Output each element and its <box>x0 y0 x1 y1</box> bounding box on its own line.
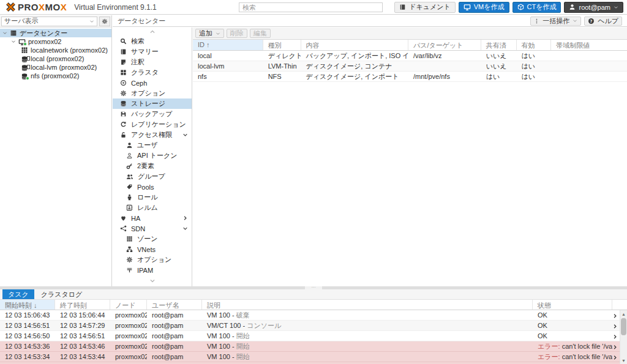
user-icon <box>126 142 133 149</box>
tree-settings-button[interactable] <box>99 17 110 26</box>
cell-user: root@pam <box>147 311 202 319</box>
cell-status: OK <box>533 311 612 319</box>
chevron-down-icon <box>89 19 94 24</box>
nav-item-storage[interactable]: ストレージ <box>113 98 192 109</box>
book-icon <box>399 4 406 10</box>
column-header-id[interactable]: ID ↑ <box>193 40 263 50</box>
column-header-start-time[interactable]: 開始時刻 ↓ <box>0 300 55 310</box>
tree-item-nfs-storage[interactable]: nfs (proxmox02) <box>0 72 111 80</box>
nav-item-ipam[interactable]: IPAM <box>113 265 192 275</box>
chevron-right-icon[interactable] <box>612 343 620 350</box>
task-row-error[interactable]: 12 03 14:53:36 12 03 14:53:46 proxmox02 … <box>0 341 627 352</box>
column-header-shared[interactable]: 共有済 <box>481 40 517 50</box>
nav-item-replication[interactable]: レプリケーション <box>113 119 192 130</box>
task-row[interactable]: 12 03 14:56:51 12 03 14:57:29 proxmox02 … <box>0 321 627 331</box>
storage-row-local[interactable]: local ディレクトリ バックアップ, インポート, ISO イメージ, コ.… <box>193 51 627 61</box>
column-header-description[interactable]: 説明 <box>202 300 533 310</box>
column-header-status[interactable]: 状態 <box>533 300 612 310</box>
nav-item-roles[interactable]: ロール <box>113 192 192 202</box>
nav-item-groups[interactable]: グループ <box>113 171 192 182</box>
nav-item-search[interactable]: 検索 <box>113 36 192 46</box>
tab-cluster-log[interactable]: クラスタログ <box>36 289 88 299</box>
nav-scroll-up[interactable] <box>113 28 192 36</box>
person-icon <box>126 194 133 201</box>
cell-end: 12 03 15:06:44 <box>55 311 110 319</box>
nav-scroll-down[interactable] <box>113 277 192 285</box>
cell-enabled: はい <box>517 62 552 71</box>
cell-path: /mnt/pve/nfs <box>408 73 481 80</box>
nav-item-sdn-options[interactable]: オプション <box>113 254 192 265</box>
cell-id: nfs <box>193 73 263 80</box>
expander-icon[interactable] <box>2 31 7 35</box>
nav-item-ha[interactable]: HA <box>113 213 192 223</box>
scrollbar-thumb[interactable] <box>621 318 626 335</box>
nav-item-permissions[interactable]: アクセス権限 <box>113 130 192 140</box>
nav-item-two-factor[interactable]: 2要素 <box>113 161 192 171</box>
nav-item-notes[interactable]: 注釈 <box>113 57 192 67</box>
cell-end: 12 03 14:53:46 <box>55 343 110 350</box>
scroll-up-arrow[interactable]: ▲ <box>620 310 627 318</box>
chevron-right-icon[interactable] <box>612 322 620 329</box>
column-header-path[interactable]: パス/ターゲット <box>408 40 481 50</box>
task-row[interactable]: 12 03 15:06:43 12 03 15:06:44 proxmox02 … <box>0 310 627 321</box>
cell-shared: いいえ <box>481 51 517 61</box>
add-button[interactable]: 追加 <box>195 29 224 38</box>
nav-item-sdn[interactable]: SDN <box>113 223 192 234</box>
tree-item-datacenter[interactable]: データセンター <box>0 29 111 37</box>
column-header-end-time[interactable]: 終了時刻 <box>55 300 110 310</box>
bulk-actions-button[interactable]: 一括操作 <box>530 17 581 26</box>
vertical-scrollbar[interactable]: ▲ ▼ <box>620 310 627 364</box>
storage-row-nfs[interactable]: nfs NFS ディスクイメージ, インポート /mnt/pve/nfs はい … <box>193 72 627 82</box>
create-ct-button[interactable]: CTを作成 <box>512 2 561 13</box>
task-row-error[interactable]: 12 03 14:53:34 12 03 14:53:44 proxmox02 … <box>0 352 627 362</box>
column-header-content[interactable]: 内容 <box>301 40 408 50</box>
cell-end: 12 03 14:53:44 <box>55 353 110 360</box>
nav-item-zones[interactable]: ゾーン <box>113 234 192 244</box>
cell-shared: いいえ <box>481 62 517 71</box>
column-header-node[interactable]: ノード <box>110 300 147 310</box>
cell-user: root@pam <box>147 343 202 350</box>
cell-node: proxmox02 <box>110 343 147 350</box>
nav-item-api-tokens[interactable]: API トークン <box>113 150 192 161</box>
cell-start: 12 03 14:53:36 <box>0 343 55 350</box>
ellipsis-v-icon <box>534 18 539 24</box>
nav-item-vnets[interactable]: VNets <box>113 244 192 254</box>
nav-item-realms[interactable]: レルム <box>113 202 192 213</box>
tree-item-localnetwork[interactable]: localnetwork (proxmox02) <box>0 46 111 54</box>
chevron-right-icon[interactable] <box>612 332 620 340</box>
cell-shared: はい <box>481 72 517 81</box>
cell-description: VM 100 - 破棄 <box>202 311 533 320</box>
nav-item-users[interactable]: ユーザ <box>113 140 192 150</box>
gear-icon <box>126 256 133 263</box>
task-row[interactable]: 12 03 14:56:50 12 03 14:56:51 proxmox02 … <box>0 331 627 341</box>
tree-item-local-lvm-storage[interactable]: local-lvm (proxmox02) <box>0 63 111 72</box>
book-icon <box>120 48 127 55</box>
scroll-down-arrow[interactable]: ▼ <box>620 357 627 364</box>
column-header-enabled[interactable]: 有効 <box>517 40 552 50</box>
nav-item-options[interactable]: オプション <box>113 88 192 98</box>
tree-item-node[interactable]: proxmox02 <box>0 37 111 46</box>
tab-tasks[interactable]: タスク <box>2 289 34 299</box>
nav-item-backup[interactable]: バックアップ <box>113 109 192 119</box>
nav-item-cluster[interactable]: クラスタ <box>113 67 192 78</box>
storage-row-local-lvm[interactable]: local-lvm LVM-Thin ディスクイメージ, コンテナ いいえ はい <box>193 61 627 72</box>
tree-item-local-storage[interactable]: local (proxmox02) <box>0 54 111 63</box>
expander-icon[interactable] <box>11 39 16 44</box>
documentation-button[interactable]: ドキュメント <box>394 2 456 13</box>
column-header-bwlimit[interactable]: 帯域制限値 <box>551 40 627 50</box>
help-button[interactable]: ヘルプ <box>584 17 622 26</box>
user-menu-button[interactable]: root@pam <box>564 2 623 13</box>
chevron-right-icon[interactable] <box>612 353 620 360</box>
column-header-user[interactable]: ユーザ名 <box>147 300 202 310</box>
column-header-type[interactable]: 種別 <box>263 40 301 50</box>
edit-button[interactable]: 編集 <box>250 29 271 38</box>
nav-item-summary[interactable]: サマリー <box>113 46 192 57</box>
nav-item-ceph[interactable]: Ceph <box>113 78 192 88</box>
chevron-right-icon[interactable] <box>612 311 620 319</box>
cell-user: root@pam <box>147 332 202 340</box>
create-vm-button[interactable]: VMを作成 <box>459 2 509 13</box>
search-input[interactable] <box>239 2 383 12</box>
nav-item-pools[interactable]: Pools <box>113 182 192 192</box>
view-selector[interactable]: サーバ表示 <box>1 17 97 26</box>
remove-button[interactable]: 削除 <box>227 29 247 38</box>
